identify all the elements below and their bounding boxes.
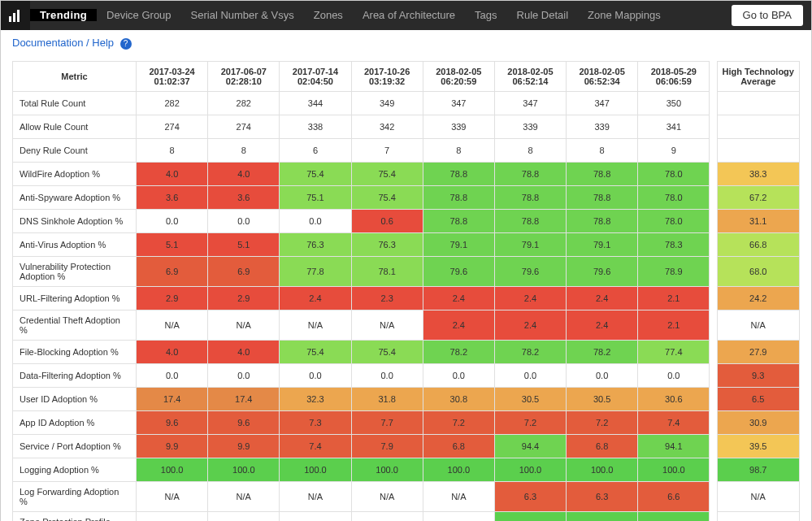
- metric-label: Zone Protection Profile Adoption %: [13, 512, 137, 522]
- cell: 78.8: [423, 163, 494, 186]
- cell: 94.1: [638, 435, 710, 458]
- cell: 75.4: [351, 186, 423, 210]
- metric-label: File-Blocking Adoption %: [13, 341, 137, 364]
- cell: 78.8: [567, 163, 638, 186]
- cell: 339: [423, 115, 494, 139]
- metric-label: Anti-Spyware Adoption %: [13, 186, 137, 210]
- metric-label: Total Rule Count: [13, 92, 137, 115]
- documentation-help-link[interactable]: Documentation / Help ?: [12, 37, 132, 49]
- cell: 0.0: [567, 364, 638, 388]
- cell: 2.4: [494, 287, 566, 310]
- cell: 8: [208, 139, 280, 163]
- cell: 0.0: [208, 210, 280, 233]
- table-row: DNS Sinkhole Adoption %0.00.00.00.678.87…: [13, 210, 800, 233]
- nav-item-zones[interactable]: Zones: [304, 9, 353, 21]
- cell: 0.0: [280, 364, 351, 388]
- table-row: App ID Adoption %9.69.67.37.77.27.27.27.…: [13, 411, 800, 435]
- cell: 2.3: [351, 287, 423, 310]
- nav-item-device-group[interactable]: Device Group: [97, 9, 180, 21]
- cell: 78.8: [494, 186, 566, 210]
- cell: N/A: [137, 482, 208, 512]
- cell: 78.8: [494, 163, 566, 186]
- col-gap: [710, 62, 717, 92]
- cell: 100.0: [638, 458, 710, 482]
- cell: 78.1: [351, 257, 423, 287]
- cell: 6.9: [137, 257, 208, 287]
- col-header-hta: High Technology Average: [717, 62, 799, 92]
- cell: 2.4: [494, 310, 566, 341]
- cell: 2.9: [208, 287, 280, 310]
- cell: 6.3: [494, 482, 566, 512]
- table-row: Logging Adoption %100.0100.0100.0100.010…: [13, 458, 800, 482]
- cell: 0.0: [280, 210, 351, 233]
- cell: 6.8: [567, 435, 638, 458]
- hta-cell: 38.3: [717, 163, 799, 186]
- cell: 4.0: [208, 163, 280, 186]
- cell: 2.1: [638, 287, 710, 310]
- cell: N/A: [208, 310, 280, 341]
- col-header-6: 2018-02-0506:52:34: [567, 62, 638, 92]
- gap-cell: [710, 341, 717, 364]
- table-row: Deny Rule Count88678889: [13, 139, 800, 163]
- cell: 7.7: [351, 411, 423, 435]
- cell: 8: [567, 139, 638, 163]
- nav-item-area-of-architecture[interactable]: Area of Architecture: [353, 9, 465, 21]
- table-row: Credential Theft Adoption %N/AN/AN/AN/A2…: [13, 310, 800, 341]
- cell: 9.6: [208, 411, 280, 435]
- hta-cell: 67.2: [717, 186, 799, 210]
- cell: 17.4: [137, 388, 208, 411]
- nav-item-serial-number-vsys[interactable]: Serial Number & Vsys: [181, 9, 304, 21]
- cell: N/A: [280, 310, 351, 341]
- cell: N/A: [280, 512, 351, 522]
- cell: 94.4: [494, 435, 566, 458]
- cell: 0.0: [137, 210, 208, 233]
- cell: 274: [137, 115, 208, 139]
- metric-label: Allow Rule Count: [13, 115, 137, 139]
- help-icon: ?: [120, 38, 132, 50]
- cell: 2.4: [567, 310, 638, 341]
- table-row: WildFire Adoption %4.04.075.475.478.878.…: [13, 163, 800, 186]
- cell: 100.0: [351, 458, 423, 482]
- cell: 100.0: [423, 458, 494, 482]
- hta-cell: 30.9: [717, 411, 799, 435]
- hta-cell: 66.8: [717, 233, 799, 257]
- cell: 78.2: [423, 341, 494, 364]
- col-header-4: 2018-02-0506:20:59: [423, 62, 494, 92]
- cell: 79.1: [567, 233, 638, 257]
- nav-item-zone-mappings[interactable]: Zone Mappings: [578, 9, 671, 21]
- metric-label: Logging Adoption %: [13, 458, 137, 482]
- col-header-5: 2018-02-0506:52:14: [494, 62, 566, 92]
- gap-cell: [710, 210, 717, 233]
- gap-cell: [710, 186, 717, 210]
- cell: 5.1: [137, 233, 208, 257]
- table-row: User ID Adoption %17.417.432.331.830.830…: [13, 388, 800, 411]
- nav-item-trending[interactable]: Trending: [30, 9, 97, 21]
- cell: 349: [351, 92, 423, 115]
- cell: 8: [137, 139, 208, 163]
- cell: 100.0: [280, 458, 351, 482]
- table-row: Service / Port Adoption %9.99.97.47.96.8…: [13, 435, 800, 458]
- gap-cell: [710, 364, 717, 388]
- cell: 96.5: [638, 512, 710, 522]
- cell: 2.4: [423, 310, 494, 341]
- metric-label: User ID Adoption %: [13, 388, 137, 411]
- hta-cell: N/A: [717, 310, 799, 341]
- hta-cell: N/A: [717, 512, 799, 522]
- gap-cell: [710, 435, 717, 458]
- cell: 4.0: [137, 341, 208, 364]
- table-row: Log Forwarding Adoption %N/AN/AN/AN/AN/A…: [13, 482, 800, 512]
- cell: N/A: [351, 512, 423, 522]
- gap-cell: [710, 233, 717, 257]
- cell: 8: [494, 139, 566, 163]
- hta-cell: 9.3: [717, 364, 799, 388]
- go-to-bpa-button[interactable]: Go to BPA: [732, 5, 803, 26]
- cell: 0.0: [494, 364, 566, 388]
- svg-rect-0: [9, 16, 11, 22]
- cell: 100.0: [137, 458, 208, 482]
- table-row: Anti-Spyware Adoption %3.63.675.175.478.…: [13, 186, 800, 210]
- table-row: Data-Filtering Adoption %0.00.00.00.00.0…: [13, 364, 800, 388]
- cell: 0.0: [351, 364, 423, 388]
- nav-item-rule-detail[interactable]: Rule Detail: [507, 9, 579, 21]
- nav-item-tags[interactable]: Tags: [465, 9, 506, 21]
- cell: 6.8: [423, 435, 494, 458]
